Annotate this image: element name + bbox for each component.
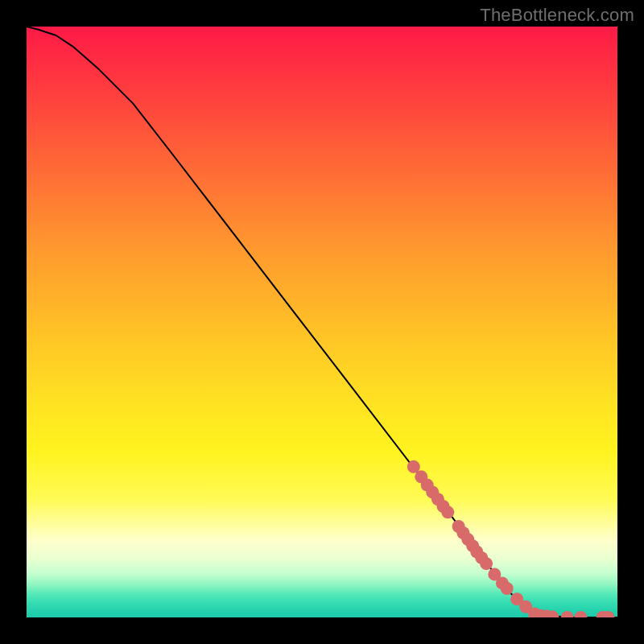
data-marker xyxy=(501,582,514,595)
plot-area xyxy=(27,27,617,617)
data-marker xyxy=(561,611,574,617)
chart-stage: TheBottleneck.com xyxy=(0,0,644,644)
curve-layer xyxy=(27,27,617,617)
main-curve xyxy=(27,27,617,617)
data-marker xyxy=(575,611,588,617)
data-marker xyxy=(441,506,454,518)
data-marker xyxy=(480,557,493,570)
attribution-text: TheBottleneck.com xyxy=(480,5,634,26)
